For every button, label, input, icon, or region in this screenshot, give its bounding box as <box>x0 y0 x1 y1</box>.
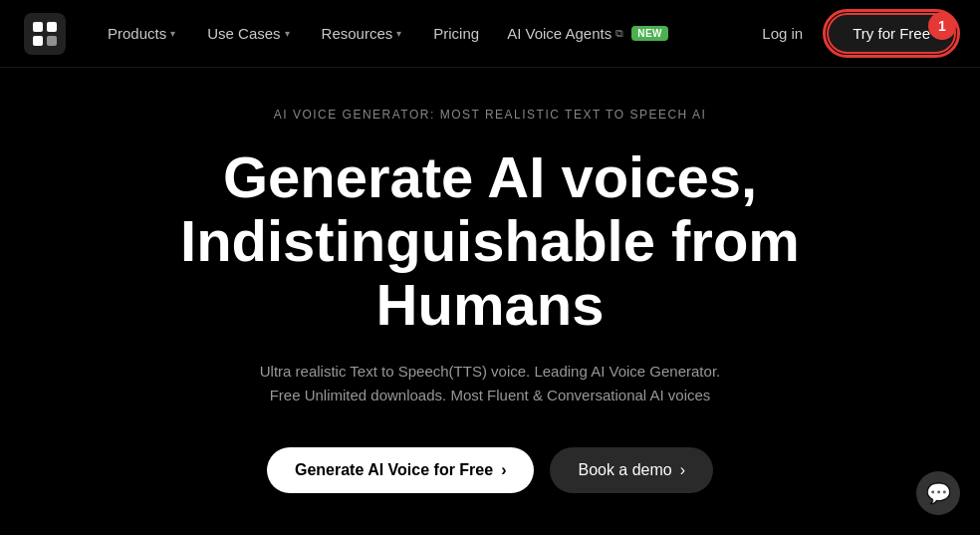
nav-right: Log in Try for Free <box>750 13 956 54</box>
notification-badge: 1 <box>928 12 956 40</box>
hero-subtitle: Ultra realistic Text to Speech(TTS) voic… <box>251 360 729 407</box>
arrow-icon: › <box>501 461 506 479</box>
nav-resources-label: Resources <box>322 25 393 42</box>
svg-rect-3 <box>47 36 57 46</box>
nav-item-products[interactable]: Products ▾ <box>94 17 189 50</box>
svg-rect-0 <box>33 22 43 32</box>
new-badge: NEW <box>631 26 668 41</box>
hero-section: AI VOICE GENERATOR: MOST REALISTIC TEXT … <box>0 68 980 523</box>
navbar: Products ▾ Use Cases ▾ Resources ▾ Prici… <box>0 0 980 68</box>
logo-icon <box>24 13 66 55</box>
generate-voice-button[interactable]: Generate AI Voice for Free › <box>267 447 535 493</box>
nav-use-cases-label: Use Cases <box>207 25 280 42</box>
nav-products-label: Products <box>108 25 166 42</box>
hero-eyebrow: AI VOICE GENERATOR: MOST REALISTIC TEXT … <box>274 108 707 122</box>
hero-title: Generate AI voices, Indistinguishable fr… <box>131 145 849 336</box>
chat-icon: 💬 <box>926 481 951 505</box>
nav-item-resources[interactable]: Resources ▾ <box>308 17 416 50</box>
chat-widget[interactable]: 💬 <box>916 471 960 515</box>
nav-pricing-label: Pricing <box>433 25 479 42</box>
svg-rect-1 <box>47 22 57 32</box>
book-demo-button[interactable]: Book a demo › <box>550 447 713 493</box>
nav-links: Products ▾ Use Cases ▾ Resources ▾ Prici… <box>94 17 750 50</box>
nav-item-use-cases[interactable]: Use Cases ▾ <box>193 17 303 50</box>
external-link-icon: ⧉ <box>615 27 623 40</box>
nav-voice-agents-label: AI Voice Agents <box>507 25 612 42</box>
hero-buttons: Generate AI Voice for Free › Book a demo… <box>267 447 713 493</box>
logo[interactable] <box>24 13 66 55</box>
chevron-down-icon: ▾ <box>170 28 175 39</box>
chevron-down-icon: ▾ <box>396 28 401 39</box>
login-button[interactable]: Log in <box>750 17 815 50</box>
arrow-icon: › <box>680 461 685 479</box>
generate-voice-label: Generate AI Voice for Free <box>295 461 493 479</box>
nav-item-voice-agents[interactable]: AI Voice Agents ⧉ NEW <box>497 17 678 50</box>
svg-rect-2 <box>33 36 43 46</box>
nav-item-pricing[interactable]: Pricing <box>419 17 493 50</box>
book-demo-label: Book a demo <box>578 461 671 479</box>
chevron-down-icon: ▾ <box>285 28 290 39</box>
